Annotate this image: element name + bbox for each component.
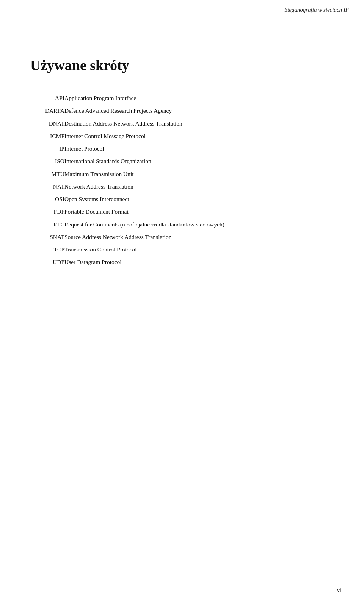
abbr-row: SNATSource Address Network Address Trans… xyxy=(30,231,334,243)
abbr-row: PDFPortable Document Format xyxy=(30,205,334,218)
abbr-row: UDPUser Datagram Protocol xyxy=(30,256,334,268)
abbr-description: Internet Control Message Protocol xyxy=(64,130,334,142)
abbr-row: ISOInternational Standards Organization xyxy=(30,155,334,167)
abbr-row: DARPADefence Advanced Research Projects … xyxy=(30,104,334,117)
abbr-row: RFCRequest for Comments (nieoficjalne źr… xyxy=(30,218,334,231)
header-line xyxy=(15,16,349,16)
abbr-description: International Standards Organization xyxy=(64,155,334,167)
abbr-row: NATNetwork Address Translation xyxy=(30,180,334,193)
abbr-description: Maximum Transmission Unit xyxy=(64,168,334,180)
footer-page-number: vi xyxy=(337,588,341,594)
abbr-description: Source Address Network Address Translati… xyxy=(64,231,334,243)
abbr-row: IPInternet Protocol xyxy=(30,142,334,155)
abbr-code: NAT xyxy=(30,180,64,193)
abbr-description: Internet Protocol xyxy=(64,142,334,155)
header-title: Steganografia w sieciach IP xyxy=(284,7,349,13)
abbr-code: OSI xyxy=(30,193,64,205)
abbr-code: ICMP xyxy=(30,130,64,142)
abbreviations-table: APIApplication Program InterfaceDARPADef… xyxy=(30,92,334,269)
abbr-code: DARPA xyxy=(30,104,64,117)
abbr-code: MTU xyxy=(30,168,64,180)
abbr-code: SNAT xyxy=(30,231,64,243)
abbr-description: Request for Comments (nieoficjalne źródł… xyxy=(64,218,334,231)
abbr-code: API xyxy=(30,92,64,104)
abbr-code: UDP xyxy=(30,256,64,268)
abbr-description: Portable Document Format xyxy=(64,205,334,218)
abbr-description: Application Program Interface xyxy=(64,92,334,104)
abbr-description: Defence Advanced Research Projects Agenc… xyxy=(64,104,334,117)
abbr-row: OSIOpen Systems Interconnect xyxy=(30,193,334,205)
abbr-code: ISO xyxy=(30,155,64,167)
abbr-code: PDF xyxy=(30,205,64,218)
abbr-row: DNATDestination Address Network Address … xyxy=(30,117,334,130)
page-title: Używane skróty xyxy=(30,57,334,74)
abbr-row: TCPTransmission Control Protocol xyxy=(30,243,334,256)
abbr-description: Destination Address Network Address Tran… xyxy=(64,117,334,130)
abbr-description: User Datagram Protocol xyxy=(64,256,334,268)
abbr-code: IP xyxy=(30,142,64,155)
abbr-row: APIApplication Program Interface xyxy=(30,92,334,104)
abbr-description: Open Systems Interconnect xyxy=(64,193,334,205)
abbr-row: MTUMaximum Transmission Unit xyxy=(30,168,334,180)
abbr-code: RFC xyxy=(30,218,64,231)
abbr-description: Network Address Translation xyxy=(64,180,334,193)
abbr-row: ICMPInternet Control Message Protocol xyxy=(30,130,334,142)
abbr-description: Transmission Control Protocol xyxy=(64,243,334,256)
abbr-code: DNAT xyxy=(30,117,64,130)
abbr-code: TCP xyxy=(30,243,64,256)
